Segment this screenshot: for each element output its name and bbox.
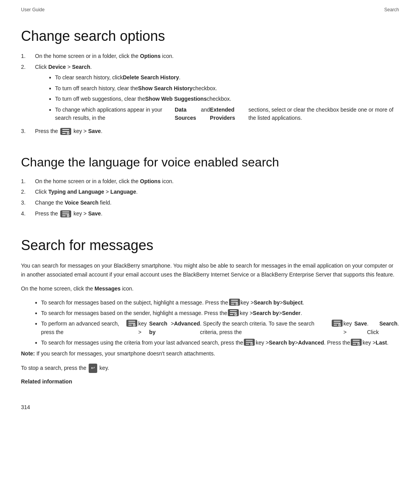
bb-menu-key [351, 339, 362, 346]
section-title-1: Change search options [21, 28, 399, 44]
svg-rect-28 [353, 340, 360, 341]
svg-rect-4 [62, 212, 69, 212]
bb-menu-key [60, 210, 71, 217]
svg-rect-6 [62, 215, 66, 216]
note-para: Note: If you search for messages, your s… [21, 350, 399, 358]
page-number: 314 [21, 404, 399, 410]
svg-rect-30 [353, 344, 356, 345]
svg-rect-25 [246, 342, 253, 343]
svg-rect-10 [231, 304, 234, 304]
svg-rect-2 [62, 133, 66, 134]
step-2-1: 1. On the home screen or in a folder, cl… [21, 177, 399, 186]
svg-rect-5 [62, 214, 69, 214]
svg-rect-12 [230, 310, 237, 311]
section-change-language-voice: Change the language for voice enabled se… [21, 155, 399, 218]
bullet-item: To turn off search history, clear the Sh… [49, 84, 399, 93]
stop-search-para: To stop a search, press the ↩ key. [21, 364, 399, 373]
svg-rect-1 [62, 131, 69, 132]
bb-menu-key [332, 320, 343, 327]
section-title-2: Change the language for voice enabled se… [21, 155, 399, 170]
bullet-list-1: To clear search history, click Delete Se… [49, 74, 399, 122]
bb-menu-key [229, 299, 240, 306]
svg-rect-14 [230, 314, 233, 315]
svg-point-23 [338, 324, 341, 326]
step-2-4: 4. Press the key > Save. [21, 210, 399, 218]
svg-point-27 [250, 343, 253, 345]
bb-menu-key [60, 128, 71, 135]
bullet-item: To search for messages using the criteri… [35, 339, 399, 347]
section-change-search-options: Change search options 1. On the home scr… [21, 28, 399, 136]
step-1-2: 2. Click Device > Search. To clear searc… [21, 63, 399, 125]
svg-point-19 [133, 324, 135, 326]
svg-point-11 [236, 303, 238, 305]
messages-bullet-list: To search for messages based on the subj… [35, 299, 399, 348]
step-2-2: 2. Click Typing and Language > Language. [21, 188, 399, 196]
bb-menu-key [228, 309, 239, 316]
svg-rect-22 [334, 325, 337, 326]
step-2-3: 3. Change the Voice Search field. [21, 199, 399, 207]
section-title-3: Search for messages [21, 237, 399, 254]
header-left: User Guide [21, 7, 45, 12]
svg-rect-9 [231, 302, 238, 303]
intro-para: You can search for messages on your Blac… [21, 261, 399, 279]
svg-rect-29 [353, 342, 360, 343]
svg-rect-24 [246, 340, 253, 341]
bullet-item: To change which applications appear in y… [49, 106, 399, 122]
steps-list-2: 1. On the home screen or in a folder, cl… [21, 177, 399, 218]
svg-point-7 [67, 215, 69, 217]
bullet-item: To clear search history, click Delete Se… [49, 74, 399, 82]
svg-point-3 [67, 132, 69, 135]
section-search-messages: Search for messages You can search for m… [21, 237, 399, 384]
page-header: User Guide Search [0, 0, 420, 12]
step-1-3: 3. Press the key > Save. [21, 127, 399, 136]
bullet-item: To search for messages based on the send… [35, 309, 399, 318]
bullet-item: To search for messages based on the subj… [35, 299, 399, 307]
svg-rect-0 [62, 129, 69, 130]
bullet-item: To turn off web suggestions, clear the S… [49, 95, 399, 103]
intro-para-2: On the home screen, click the Messages i… [21, 284, 399, 293]
header-right: Search [384, 7, 399, 12]
bb-menu-key [244, 339, 255, 346]
svg-rect-13 [230, 312, 237, 313]
svg-rect-26 [246, 344, 249, 345]
step-1-1: 1. On the home screen or in a folder, cl… [21, 52, 399, 61]
svg-rect-17 [128, 323, 135, 324]
svg-rect-18 [128, 325, 132, 326]
bullet-item: To perform an advanced search, press the… [35, 320, 399, 336]
svg-rect-16 [128, 321, 135, 322]
svg-point-15 [234, 313, 237, 316]
back-key-icon: ↩ [89, 364, 97, 373]
svg-point-31 [357, 343, 360, 345]
related-information: Related information [21, 378, 399, 385]
svg-rect-21 [334, 323, 341, 324]
bb-menu-key [126, 320, 137, 327]
svg-rect-8 [231, 300, 238, 301]
steps-list-1: 1. On the home screen or in a folder, cl… [21, 52, 399, 136]
svg-rect-20 [334, 321, 341, 322]
